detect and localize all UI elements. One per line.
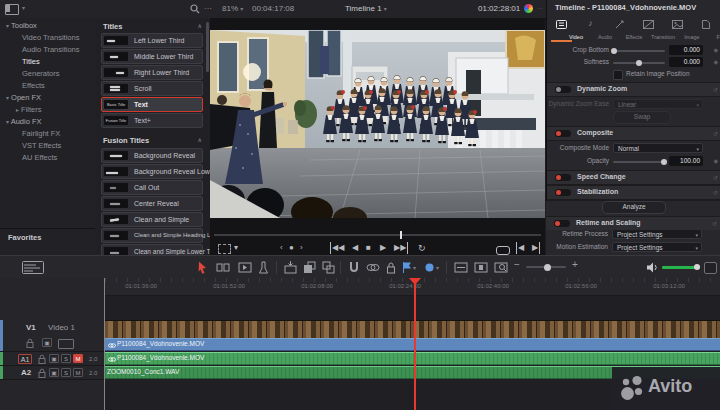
viewer-menu-icon[interactable]: … <box>537 4 543 10</box>
keyframe-icon[interactable]: ◆ <box>713 157 718 164</box>
opacity-slider[interactable] <box>613 161 665 163</box>
library-menu-icon[interactable]: ··· <box>204 4 212 13</box>
audio-meter-icon[interactable] <box>704 262 717 274</box>
zoom-slider[interactable] <box>526 266 566 268</box>
volume-slider-handle[interactable] <box>694 264 700 270</box>
title-item-right-lower-third[interactable]: Right Lower Third <box>101 65 203 80</box>
track-a2-label[interactable]: A2 <box>21 368 31 377</box>
selection-mode-icon[interactable] <box>196 261 208 274</box>
trim-edit-mode-icon[interactable] <box>216 261 230 274</box>
timeline-selector[interactable]: Timeline 1 ▾ <box>345 4 387 13</box>
retain-image-position-checkbox[interactable] <box>613 70 623 80</box>
jog-control[interactable]: ‹ ● › <box>280 242 305 254</box>
dynamic-trim-mode-icon[interactable] <box>238 261 252 274</box>
sidebar-item-toolbox[interactable]: ▾ Toolbox <box>0 20 95 32</box>
title-item-text[interactable]: Basic TitleText <box>101 97 203 112</box>
track-lock-icon[interactable] <box>26 338 34 348</box>
position-lock-icon[interactable] <box>386 261 396 274</box>
next-edit-icon[interactable]: ▶ <box>532 242 540 254</box>
flag-icon[interactable] <box>402 261 412 274</box>
audio-monitor-icon[interactable] <box>646 261 658 274</box>
scrollbar[interactable] <box>206 22 209 72</box>
go-to-start-button[interactable]: ◀◀ <box>330 242 344 254</box>
detail-zoom-icon[interactable] <box>474 261 488 274</box>
tab-audio[interactable]: ♪ Audio <box>576 17 605 41</box>
custom-zoom-icon[interactable] <box>494 261 508 274</box>
keyframe-icon[interactable]: ◆ <box>713 46 718 53</box>
title-item-center-reveal[interactable]: Center Reveal <box>101 196 203 211</box>
video-clip-v1[interactable]: P1100084_Vdohnovenie.MOV <box>105 338 720 351</box>
title-item-background-reveal[interactable]: Background Reveal <box>101 148 203 163</box>
video-frame[interactable] <box>210 30 545 218</box>
audio-clip-a1[interactable]: P1100084_Vdohnovenie.MOV <box>105 352 720 365</box>
stabilization-toggle[interactable] <box>555 189 571 196</box>
replace-clip-icon[interactable] <box>322 261 335 274</box>
linked-selection-icon[interactable] <box>366 261 380 274</box>
crop-bottom-slider[interactable] <box>613 50 665 52</box>
tab-effects[interactable]: Effects <box>605 17 634 41</box>
solo-button[interactable]: S <box>61 368 71 377</box>
transform-tool-icon[interactable] <box>218 244 231 254</box>
marker-icon[interactable] <box>424 261 435 274</box>
title-item-clean-and-simple[interactable]: Clean and Simple <box>101 212 203 227</box>
flag-chevron-icon[interactable]: ▾ <box>413 264 416 271</box>
reset-icon[interactable]: ↺ <box>713 174 718 181</box>
reset-icon[interactable]: ↺ <box>713 86 718 93</box>
volume-slider[interactable] <box>662 266 700 269</box>
zoom-slider-handle[interactable] <box>544 264 551 271</box>
loop-button[interactable]: ↻ <box>418 242 426 254</box>
overwrite-clip-icon[interactable] <box>303 261 316 274</box>
reset-icon[interactable]: ↺ <box>712 220 717 227</box>
panel-chevron-icon[interactable]: ▾ <box>22 4 25 11</box>
record-arm-a1[interactable]: A1 <box>18 354 32 364</box>
title-item-clean-and-simple-lower-third[interactable]: Clean and Simple Lower Third <box>101 244 203 255</box>
sidebar-item-favorites[interactable]: Favorites <box>0 232 103 244</box>
previous-edit-icon[interactable]: ◀ <box>516 242 524 254</box>
softness-value[interactable]: 0.000 <box>669 57 703 67</box>
sidebar-item-audio-fx[interactable]: ▾ Audio FX <box>0 116 95 128</box>
sidebar-item-open-fx[interactable]: ▾ Open FX <box>0 92 95 104</box>
title-item-background-reveal-lower-third[interactable]: Background Reveal Lower Third <box>101 164 203 179</box>
solo-button[interactable]: S <box>61 354 71 363</box>
speed-change-toggle[interactable] <box>555 174 571 181</box>
motion-estimation-select[interactable]: Project Settings▾ <box>612 242 702 252</box>
reset-icon[interactable]: ↺ <box>713 189 718 196</box>
track-filmstrip-icon[interactable] <box>58 339 74 349</box>
track-v1-label[interactable]: V1 <box>26 323 36 332</box>
sidebar-item-filters[interactable]: ▸ Filters <box>0 104 95 116</box>
go-to-end-button[interactable]: ▶▶ <box>394 242 408 254</box>
collapse-icon[interactable]: ∧ <box>198 136 202 143</box>
track-lock-icon[interactable] <box>38 368 46 378</box>
transform-tool-chevron-icon[interactable]: ▾ <box>234 242 238 254</box>
title-item-clean-and-simple-heading-lower-third[interactable]: Clean and Simple Heading Lower Third <box>101 228 203 243</box>
analyze-button[interactable]: Analyze <box>602 201 666 214</box>
playhead-marker[interactable] <box>409 278 421 285</box>
title-item-text-plus[interactable]: Fusion TitleText+ <box>101 113 203 128</box>
track-v1-name[interactable]: Video 1 <box>48 323 75 332</box>
auto-select-icon[interactable]: ▣ <box>49 354 59 363</box>
mute-button[interactable]: M <box>73 354 83 363</box>
title-item-middle-lower-third[interactable]: Middle Lower Third <box>101 49 203 64</box>
composite-toggle[interactable] <box>555 130 571 137</box>
match-frame-icon[interactable] <box>496 246 510 255</box>
viewer-zoom-level[interactable]: 81% ▾ <box>222 4 243 13</box>
step-back-button[interactable]: ◀ <box>352 242 358 254</box>
razor-edit-mode-icon[interactable] <box>258 261 269 274</box>
viewer-scrub-playhead[interactable] <box>400 231 402 239</box>
marker-chevron-icon[interactable]: ▾ <box>436 264 439 271</box>
swap-button[interactable]: Swap <box>613 111 671 124</box>
retime-process-select[interactable]: Project Settings▾ <box>612 229 702 239</box>
play-button[interactable]: ▶ <box>380 242 386 254</box>
auto-select-icon[interactable]: ▣ <box>42 338 52 347</box>
tab-image[interactable]: Image <box>663 17 692 41</box>
tab-file[interactable]: File <box>692 17 720 41</box>
title-item-scroll[interactable]: Scroll <box>101 81 203 96</box>
crop-bottom-value[interactable]: 0.000 <box>669 45 703 55</box>
opacity-value[interactable]: 100.00 <box>669 156 703 166</box>
playhead-line[interactable] <box>414 278 416 410</box>
search-icon[interactable] <box>190 4 200 14</box>
full-extent-zoom-icon[interactable] <box>454 261 468 274</box>
dynamic-zoom-toggle[interactable] <box>555 86 571 93</box>
auto-select-icon[interactable]: ▣ <box>49 368 59 377</box>
timeline-view-options-icon[interactable] <box>22 261 44 274</box>
